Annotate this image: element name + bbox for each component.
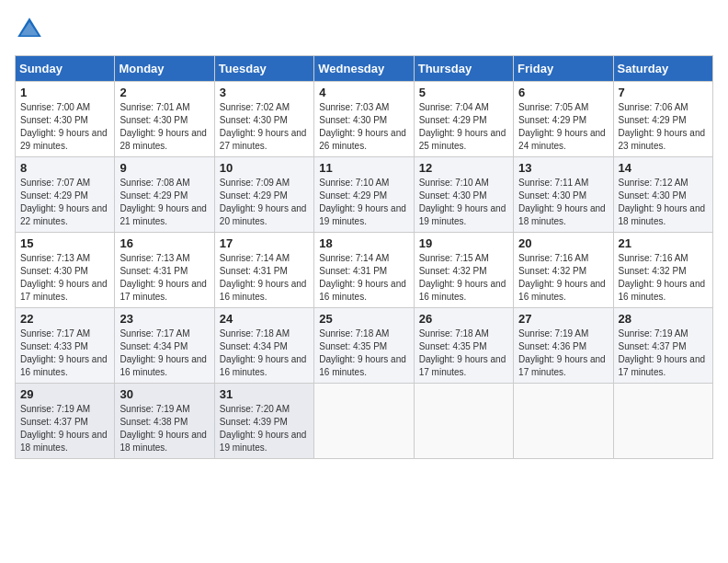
sunrise-label: Sunrise: 7:18 AM: [419, 328, 489, 339]
calendar-cell: 25 Sunrise: 7:18 AM Sunset: 4:35 PM Dayl…: [314, 308, 414, 384]
sunrise-label: Sunrise: 7:19 AM: [119, 404, 189, 414]
sunrise-label: Sunrise: 7:02 AM: [220, 102, 290, 112]
sunrise-label: Sunrise: 7:19 AM: [619, 328, 688, 339]
daylight-label: Daylight: 9 hours and 16 minutes.: [220, 354, 307, 377]
sunrise-label: Sunrise: 7:13 AM: [20, 253, 90, 263]
sunset-label: Sunset: 4:38 PM: [119, 417, 188, 427]
day-info: Sunrise: 7:06 AM Sunset: 4:29 PM Dayligh…: [619, 101, 708, 153]
calendar-header-row: SundayMondayTuesdayWednesdayThursdayFrid…: [16, 56, 713, 82]
daylight-label: Daylight: 9 hours and 19 minutes.: [220, 430, 307, 453]
calendar-cell: 30 Sunrise: 7:19 AM Sunset: 4:38 PM Dayl…: [115, 384, 214, 459]
calendar-cell: 7 Sunrise: 7:06 AM Sunset: 4:29 PM Dayli…: [613, 82, 712, 157]
day-number: 26: [419, 312, 508, 326]
day-number: 2: [119, 86, 209, 99]
daylight-label: Daylight: 9 hours and 29 minutes.: [20, 128, 108, 151]
calendar-cell: 31 Sunrise: 7:20 AM Sunset: 4:39 PM Dayl…: [214, 384, 313, 459]
day-info: Sunrise: 7:19 AM Sunset: 4:37 PM Dayligh…: [20, 403, 109, 454]
sunrise-label: Sunrise: 7:20 AM: [220, 404, 290, 414]
day-info: Sunrise: 7:09 AM Sunset: 4:29 PM Dayligh…: [220, 177, 309, 228]
sunset-label: Sunset: 4:35 PM: [319, 341, 387, 351]
calendar-cell: 11 Sunrise: 7:10 AM Sunset: 4:29 PM Dayl…: [314, 157, 414, 233]
day-number: 6: [518, 86, 608, 99]
sunrise-label: Sunrise: 7:17 AM: [119, 328, 189, 339]
sunset-label: Sunset: 4:37 PM: [20, 417, 88, 427]
day-info: Sunrise: 7:18 AM Sunset: 4:35 PM Dayligh…: [419, 327, 508, 379]
daylight-label: Daylight: 9 hours and 16 minutes.: [518, 279, 606, 302]
day-number: 5: [419, 86, 508, 99]
sunset-label: Sunset: 4:30 PM: [619, 190, 687, 201]
calendar-cell: 18 Sunrise: 7:14 AM Sunset: 4:31 PM Dayl…: [314, 233, 414, 308]
day-number: 30: [119, 387, 209, 401]
calendar-cell: 19 Sunrise: 7:15 AM Sunset: 4:32 PM Dayl…: [414, 233, 513, 308]
day-info: Sunrise: 7:18 AM Sunset: 4:34 PM Dayligh…: [220, 327, 309, 379]
sunrise-label: Sunrise: 7:06 AM: [619, 102, 688, 112]
sunset-label: Sunset: 4:34 PM: [220, 341, 288, 351]
sunset-label: Sunset: 4:31 PM: [119, 266, 188, 276]
daylight-label: Daylight: 9 hours and 17 minutes.: [518, 354, 606, 377]
day-number: 14: [619, 161, 708, 175]
sunset-label: Sunset: 4:29 PM: [619, 115, 687, 125]
calendar-cell: 16 Sunrise: 7:13 AM Sunset: 4:31 PM Dayl…: [115, 233, 214, 308]
day-number: 23: [119, 312, 209, 326]
daylight-label: Daylight: 9 hours and 16 minutes.: [419, 279, 506, 302]
day-number: 3: [220, 86, 309, 99]
calendar-cell: 23 Sunrise: 7:17 AM Sunset: 4:34 PM Dayl…: [115, 308, 214, 384]
day-number: 19: [419, 236, 508, 250]
daylight-label: Daylight: 9 hours and 17 minutes.: [119, 279, 207, 302]
day-number: 25: [319, 312, 408, 326]
sunset-label: Sunset: 4:33 PM: [20, 341, 88, 351]
sunrise-label: Sunrise: 7:18 AM: [319, 328, 389, 339]
daylight-label: Daylight: 9 hours and 16 minutes.: [619, 279, 706, 302]
day-number: 8: [20, 161, 109, 175]
day-header-monday: Monday: [115, 56, 214, 82]
day-number: 31: [220, 387, 309, 401]
day-number: 12: [419, 161, 508, 175]
sunrise-label: Sunrise: 7:17 AM: [20, 328, 90, 339]
calendar-cell: 6 Sunrise: 7:05 AM Sunset: 4:29 PM Dayli…: [514, 82, 613, 157]
daylight-label: Daylight: 9 hours and 25 minutes.: [419, 128, 506, 151]
sunrise-label: Sunrise: 7:08 AM: [119, 178, 189, 188]
sunrise-label: Sunrise: 7:15 AM: [419, 253, 489, 263]
day-number: 29: [20, 387, 109, 401]
day-info: Sunrise: 7:02 AM Sunset: 4:30 PM Dayligh…: [220, 101, 309, 153]
day-header-tuesday: Tuesday: [214, 56, 313, 82]
sunset-label: Sunset: 4:31 PM: [319, 266, 387, 276]
day-info: Sunrise: 7:14 AM Sunset: 4:31 PM Dayligh…: [220, 252, 309, 304]
sunrise-label: Sunrise: 7:11 AM: [518, 178, 588, 188]
calendar-cell: 4 Sunrise: 7:03 AM Sunset: 4:30 PM Dayli…: [314, 82, 414, 157]
sunrise-label: Sunrise: 7:18 AM: [220, 328, 290, 339]
sunrise-label: Sunrise: 7:00 AM: [20, 102, 90, 112]
sunset-label: Sunset: 4:30 PM: [220, 115, 288, 125]
day-number: 20: [518, 236, 608, 250]
sunset-label: Sunset: 4:35 PM: [419, 341, 487, 351]
sunset-label: Sunset: 4:29 PM: [518, 115, 586, 125]
day-info: Sunrise: 7:03 AM Sunset: 4:30 PM Dayligh…: [319, 101, 408, 153]
sunset-label: Sunset: 4:34 PM: [119, 341, 188, 351]
sunset-label: Sunset: 4:32 PM: [419, 266, 487, 276]
day-info: Sunrise: 7:00 AM Sunset: 4:30 PM Dayligh…: [20, 101, 109, 153]
day-info: Sunrise: 7:16 AM Sunset: 4:32 PM Dayligh…: [619, 252, 708, 304]
day-header-thursday: Thursday: [414, 56, 513, 82]
sunrise-label: Sunrise: 7:19 AM: [20, 404, 90, 414]
calendar-cell: [514, 384, 613, 459]
sunset-label: Sunset: 4:30 PM: [20, 115, 88, 125]
calendar-cell: 24 Sunrise: 7:18 AM Sunset: 4:34 PM Dayl…: [214, 308, 313, 384]
calendar-cell: 17 Sunrise: 7:14 AM Sunset: 4:31 PM Dayl…: [214, 233, 313, 308]
calendar-cell: 29 Sunrise: 7:19 AM Sunset: 4:37 PM Dayl…: [16, 384, 115, 459]
day-header-friday: Friday: [514, 56, 613, 82]
day-number: 1: [20, 86, 109, 99]
calendar-cell: 22 Sunrise: 7:17 AM Sunset: 4:33 PM Dayl…: [16, 308, 115, 384]
calendar-body: 1 Sunrise: 7:00 AM Sunset: 4:30 PM Dayli…: [16, 82, 713, 459]
calendar-cell: 1 Sunrise: 7:00 AM Sunset: 4:30 PM Dayli…: [16, 82, 115, 157]
daylight-label: Daylight: 9 hours and 24 minutes.: [518, 128, 606, 151]
calendar-cell: [414, 384, 513, 459]
calendar-cell: 20 Sunrise: 7:16 AM Sunset: 4:32 PM Dayl…: [514, 233, 613, 308]
calendar-cell: 10 Sunrise: 7:09 AM Sunset: 4:29 PM Dayl…: [214, 157, 313, 233]
calendar-table: SundayMondayTuesdayWednesdayThursdayFrid…: [15, 55, 713, 459]
sunset-label: Sunset: 4:32 PM: [619, 266, 687, 276]
day-number: 13: [518, 161, 608, 175]
page-header: [15, 15, 713, 44]
calendar-cell: 26 Sunrise: 7:18 AM Sunset: 4:35 PM Dayl…: [414, 308, 513, 384]
day-info: Sunrise: 7:15 AM Sunset: 4:32 PM Dayligh…: [419, 252, 508, 304]
sunset-label: Sunset: 4:32 PM: [518, 266, 586, 276]
